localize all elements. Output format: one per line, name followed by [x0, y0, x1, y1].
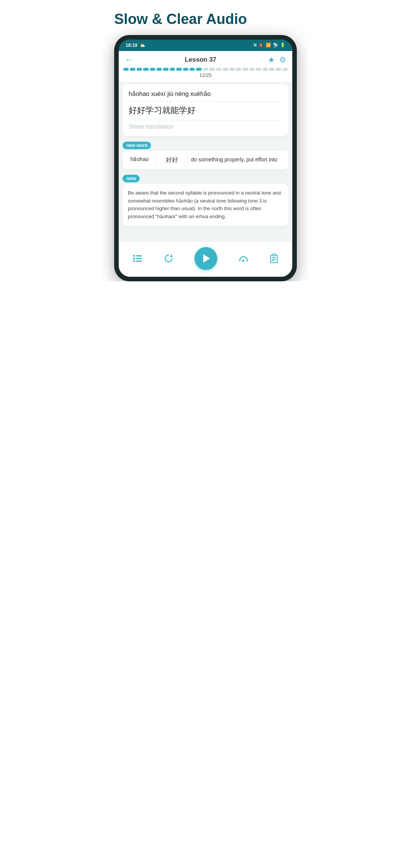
svg-point-0 [133, 255, 135, 257]
progress-segment [137, 68, 142, 71]
svg-rect-8 [272, 254, 276, 256]
progress-segment [190, 68, 195, 71]
phone-mockup: 18:19 ⛅ N 🔇 📶 📡 🔋 ← Lesson 37 ★ ⚙ 12/25 [114, 35, 297, 281]
progress-container: 12/25 [119, 65, 292, 82]
status-left: 18:19 ⛅ [126, 43, 145, 48]
show-translation-button[interactable]: Show translation [129, 123, 282, 130]
svg-point-4 [133, 260, 135, 262]
progress-segment [170, 68, 175, 71]
clipboard-icon[interactable] [270, 254, 278, 263]
progress-segment [183, 68, 188, 71]
play-button[interactable] [194, 247, 217, 270]
word-pinyin: hǎohao [123, 151, 157, 169]
progress-segment [156, 68, 162, 71]
header-icons: ★ ⚙ [268, 55, 286, 64]
progress-bar [123, 68, 288, 71]
favorite-button[interactable]: ★ [268, 55, 275, 64]
progress-segment [163, 68, 168, 71]
status-right: N 🔇 📶 📡 🔋 [254, 43, 285, 48]
content-spacer [119, 230, 292, 241]
note-card: Be aware that the second syllable is pro… [123, 184, 288, 226]
app-header: ← Lesson 37 ★ ⚙ [119, 51, 292, 65]
sentence-card: hǎohao xuéxí jiù néng xuéhǎo 好好学习就能学好 Sh… [123, 84, 288, 136]
page-title: Slow & Clear Audio [103, 0, 308, 35]
progress-segment [196, 68, 201, 71]
progress-segment [223, 68, 228, 71]
word-meaning: do something properly, put effort into [187, 151, 288, 169]
progress-segment [209, 68, 215, 71]
progress-segment [143, 68, 148, 71]
svg-rect-9 [272, 257, 276, 258]
progress-segment [203, 68, 208, 71]
battery-icon: 🔋 [280, 43, 285, 48]
settings-button[interactable]: ⚙ [279, 55, 286, 64]
svg-rect-11 [272, 260, 275, 261]
play-triangle-icon [203, 254, 210, 263]
svg-point-2 [133, 257, 135, 259]
speed-icon[interactable] [238, 254, 249, 263]
cloud-icon: ⛅ [140, 43, 145, 48]
progress-count: 12/25 [123, 71, 288, 80]
mute-icon: 🔇 [258, 43, 264, 48]
progress-segment [276, 68, 281, 71]
divider-2 [129, 120, 282, 120]
time-display: 18:19 [126, 43, 137, 48]
back-button[interactable]: ← [125, 55, 133, 65]
svg-point-6 [243, 260, 244, 262]
word-chinese: 好好 [157, 151, 187, 169]
svg-rect-10 [272, 259, 276, 260]
signal-icon: 📡 [273, 43, 278, 48]
progress-segment [130, 68, 135, 71]
status-bar: 18:19 ⛅ N 🔇 📶 📡 🔋 [119, 40, 292, 51]
word-row: hǎohao 好好 do something properly, put eff… [123, 151, 288, 169]
chinese-text: 好好学习就能学好 [129, 105, 282, 116]
svg-rect-1 [136, 255, 142, 256]
new-word-label: new word [123, 142, 151, 149]
progress-segment [269, 68, 274, 71]
progress-segment [282, 68, 288, 71]
list-icon[interactable] [133, 254, 143, 263]
progress-segment [216, 68, 221, 71]
progress-segment [263, 68, 268, 71]
progress-segment [249, 68, 255, 71]
note-label: note [123, 175, 140, 182]
progress-segment [229, 68, 235, 71]
nfc-icon: N [254, 43, 256, 47]
progress-segment [236, 68, 241, 71]
progress-segment [176, 68, 182, 71]
svg-rect-3 [136, 258, 142, 259]
progress-segment [150, 68, 155, 71]
divider-1 [129, 101, 282, 102]
wifi-icon: 📶 [266, 43, 271, 48]
progress-segment [242, 68, 248, 71]
progress-segment [256, 68, 261, 71]
bottom-nav [119, 241, 292, 277]
lesson-title: Lesson 37 [185, 56, 216, 64]
pinyin-text: hǎohao xuéxí jiù néng xuéhǎo [129, 90, 282, 97]
progress-segment [123, 68, 129, 71]
word-card: hǎohao 好好 do something properly, put eff… [123, 151, 288, 169]
svg-rect-5 [136, 260, 142, 262]
replay-icon[interactable] [164, 254, 174, 263]
phone-screen: 18:19 ⛅ N 🔇 📶 📡 🔋 ← Lesson 37 ★ ⚙ 12/25 [119, 40, 292, 277]
